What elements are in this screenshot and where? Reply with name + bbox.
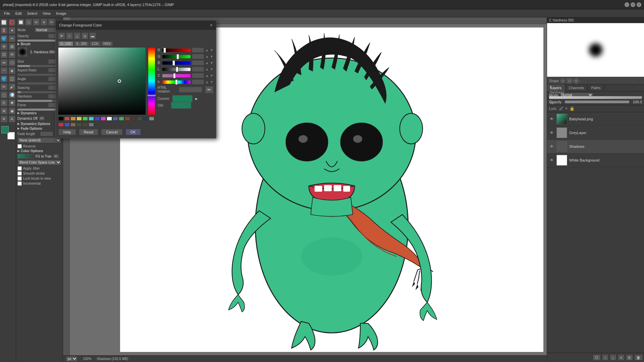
slider-G-down[interactable]: ▼ — [210, 55, 213, 58]
html-notation-pick-btn[interactable]: ✏ — [205, 86, 213, 93]
menu-file[interactable]: File — [1, 11, 13, 16]
tool-icon-2[interactable]: ⬡ — [25, 19, 32, 25]
dynamics-edit-btn[interactable]: ✏ — [39, 116, 45, 121]
tool-icon-1[interactable]: ⬜ — [17, 19, 24, 25]
layer-vis-white-bg[interactable]: 👁 — [549, 158, 554, 163]
tool-icon-4[interactable]: ✦ — [41, 19, 47, 25]
swatch-orange[interactable] — [70, 117, 76, 121]
dynamics-header[interactable]: ▶ Dynamics — [17, 111, 61, 115]
swatch-green[interactable] — [83, 117, 88, 121]
brush-header[interactable]: ▶ Brush — [17, 42, 61, 46]
range-tab-lch[interactable]: LCh — [90, 41, 100, 46]
bucket-fill-tool[interactable]: 🪣 — [0, 75, 8, 82]
layer-item-babyhead[interactable]: 👁 Babyhead.png — [547, 112, 644, 126]
slider-L-up[interactable]: ▲ — [205, 67, 209, 71]
gradient-edit-btn[interactable]: ✏ — [53, 154, 59, 159]
reverse-checkbox[interactable] — [17, 144, 22, 148]
dodge-tool[interactable]: ☀ — [0, 115, 8, 123]
spacing-slider[interactable] — [17, 91, 61, 93]
swatch-blue2[interactable] — [113, 117, 118, 121]
slider-L-input[interactable]: 48.0 — [192, 67, 204, 72]
layer-up-btn[interactable]: ↑ — [602, 354, 609, 361]
layer-item-shadows[interactable]: 👁 Shadows — [547, 140, 644, 154]
swatch-b2[interactable] — [64, 123, 70, 127]
reset-button[interactable]: Reset — [79, 129, 99, 135]
align-tool[interactable]: ⊞ — [8, 43, 16, 50]
fuzzy-select-tool[interactable]: ✦ — [8, 27, 16, 34]
color-select-tool[interactable]: 🪣 — [0, 35, 8, 42]
scissors-tool[interactable]: ✂ — [8, 35, 16, 42]
swatch-slate[interactable] — [89, 123, 94, 127]
slider-C-track[interactable] — [162, 74, 191, 77]
diamond-shape-btn[interactable]: ◇ — [573, 77, 580, 85]
slider-h-track[interactable] — [162, 80, 191, 84]
hardness-slider[interactable] — [17, 100, 61, 102]
angle-slider[interactable] — [17, 82, 61, 84]
slider-G-track[interactable] — [162, 55, 191, 58]
incremental-checkbox[interactable] — [17, 181, 22, 186]
swatch-teal[interactable] — [119, 117, 124, 121]
size-slider[interactable] — [17, 65, 61, 67]
maximize-button[interactable]: □ — [631, 2, 635, 7]
ok-button[interactable]: OK — [125, 129, 141, 135]
color-dialog-close-btn[interactable]: × — [210, 22, 213, 28]
aspect-ratio-slider[interactable] — [17, 74, 61, 76]
lock-brush-checkbox[interactable] — [17, 176, 22, 181]
slider-L-track[interactable] — [162, 68, 191, 71]
duplicate-layer-btn[interactable]: ⎘ — [626, 354, 633, 361]
fade-options-header[interactable]: ▶ Fade Options — [17, 127, 61, 130]
help-button[interactable]: Help — [58, 129, 76, 135]
new-layer-from-visible-btn[interactable]: ⬡ — [593, 354, 601, 361]
force-slider[interactable] — [17, 109, 61, 111]
slider-h-input[interactable]: 161.7 — [192, 79, 204, 84]
square-shape-btn[interactable]: □ — [567, 78, 572, 83]
layer-item-white-bg[interactable]: 👁 White Background — [547, 154, 644, 167]
slider-G-up[interactable]: ▲ — [205, 55, 209, 58]
layer-vis-babyhead[interactable]: 👁 — [549, 116, 554, 122]
text-tool[interactable]: A — [8, 115, 16, 123]
3d-tool[interactable]: ◈ — [8, 67, 16, 74]
swatch-brown[interactable] — [125, 117, 130, 121]
swatch-purple[interactable] — [101, 117, 106, 121]
range-tab-255[interactable]: 0...255 — [74, 41, 89, 46]
current-color-swatch[interactable] — [172, 95, 193, 102]
blend-tool[interactable]: ◫ — [8, 75, 16, 82]
layer-down-btn[interactable]: ↓ — [610, 354, 616, 361]
slider-L-down[interactable]: ▼ — [210, 67, 213, 71]
cage-tool[interactable]: ⬡ — [8, 59, 16, 66]
swatch-tan[interactable] — [70, 123, 76, 127]
pencil-tool active[interactable]: ✏ — [0, 83, 8, 90]
layer-vis-shadows[interactable]: 👁 — [549, 144, 554, 149]
swatch-g2[interactable] — [76, 123, 82, 127]
dynamics-options-header[interactable]: ▶ Dynamics Options — [17, 122, 61, 126]
swatch-gray[interactable] — [149, 117, 154, 121]
apply-jitter-checkbox[interactable] — [17, 166, 22, 171]
smooth-stroke-checkbox[interactable] — [17, 171, 22, 176]
slider-R-input[interactable]: 11.2 — [192, 48, 204, 53]
circle-shape-btn[interactable]: ○ — [560, 78, 566, 83]
unit-select[interactable]: px — [66, 356, 77, 362]
blend-select[interactable]: Blend Color Space Line... — [17, 160, 61, 165]
slider-R-track[interactable] — [162, 49, 191, 52]
clone-tool[interactable]: ⎘ — [0, 99, 8, 107]
flip-tool[interactable]: ⇔ — [0, 59, 8, 66]
lock-all-btn[interactable]: 🔒 — [570, 106, 575, 111]
slider-B-up[interactable]: ▲ — [205, 61, 209, 65]
slider-h-down[interactable]: ▼ — [210, 80, 213, 84]
swatch-dk2[interactable] — [83, 123, 88, 127]
slider-C-up[interactable]: ▲ — [205, 74, 209, 77]
slider-C-down[interactable]: ▼ — [210, 74, 213, 77]
swatch-darkblue[interactable] — [143, 117, 148, 121]
paintbrush-tool[interactable]: 🖌 — [8, 83, 16, 90]
color-options-header[interactable]: ▶ Color Options — [17, 149, 61, 153]
eraser-tool[interactable]: ◻ — [0, 91, 8, 99]
menu-image[interactable]: Image — [53, 11, 69, 16]
move-tool[interactable]: ✛ — [0, 43, 8, 50]
range-tab-100[interactable]: 0...100 — [58, 41, 73, 46]
menu-edit[interactable]: Edit — [13, 11, 24, 16]
swatch-cyan[interactable] — [89, 117, 94, 121]
foreground-color-swatch[interactable] — [1, 126, 9, 133]
lock-pixel-btn[interactable]: 🖉 — [559, 106, 563, 111]
slider-B-down[interactable]: ▼ — [210, 61, 213, 65]
menu-select[interactable]: Select — [24, 11, 40, 16]
